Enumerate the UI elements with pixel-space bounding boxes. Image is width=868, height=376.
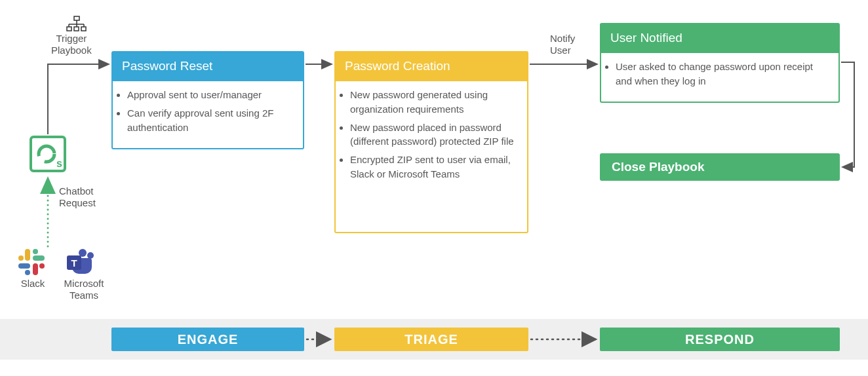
svg-point-16 (33, 249, 38, 254)
phase-respond: RESPOND (600, 328, 840, 351)
svg-text:T: T (71, 257, 77, 269)
list-item: Can verify approval sent using 2F authen… (127, 106, 291, 135)
card-list: New password generated using organizatio… (350, 88, 515, 181)
phase-triage: TRIAGE (334, 328, 528, 351)
svg-rect-11 (25, 249, 30, 261)
label-notify-user: Notify User (550, 33, 575, 56)
svg-point-19 (79, 249, 87, 257)
card-list: Approval sent to user/manager Can verify… (127, 88, 291, 134)
svg-rect-1 (67, 27, 71, 31)
svg-point-18 (25, 270, 30, 275)
svg-rect-12 (33, 255, 45, 261)
card-title: User Notified (601, 24, 838, 53)
arrow-trigger-playbook (48, 64, 109, 134)
card-password-creation: Password Creation New password generated… (334, 51, 528, 233)
phase-bar: ENGAGE TRIAGE RESPOND (0, 319, 868, 360)
list-item: Approval sent to user/manager (127, 88, 291, 102)
list-item: Encrypted ZIP sent to user via email, Sl… (350, 153, 515, 181)
phase-engage: ENGAGE (111, 328, 304, 351)
slack-icon (18, 249, 45, 275)
hierarchy-icon (67, 16, 86, 31)
svg-point-20 (87, 252, 94, 259)
svg-rect-14 (18, 263, 30, 269)
card-password-reset: Password Reset Approval sent to user/man… (111, 51, 304, 149)
teams-icon: T (67, 249, 94, 274)
label-trigger-playbook: Trigger Playbook (51, 33, 92, 56)
svg-rect-0 (74, 16, 79, 20)
svg-text:s: s (56, 158, 62, 168)
list-item: New password generated using organizatio… (350, 88, 515, 117)
svg-rect-21 (67, 255, 81, 270)
card-title: Password Reset (113, 52, 303, 81)
securonix-icon: s (30, 136, 66, 172)
label-chatbot-request: Chatbot Request (59, 185, 96, 209)
svg-point-17 (39, 263, 45, 269)
arrow-notified-to-close (841, 62, 854, 167)
svg-point-9 (39, 146, 54, 162)
svg-rect-3 (81, 27, 86, 31)
card-user-notified: User Notified User asked to change passw… (600, 23, 840, 103)
list-item: New password placed in password (differe… (350, 121, 515, 149)
label-slack: Slack (18, 278, 47, 290)
label-teams: Microsoft Teams (58, 278, 110, 301)
card-title: Password Creation (336, 52, 527, 81)
svg-point-15 (18, 255, 24, 261)
close-playbook-bar: Close Playbook (600, 153, 840, 181)
svg-rect-2 (74, 27, 79, 31)
card-list: User asked to change password upon recei… (616, 60, 827, 88)
list-item: User asked to change password upon recei… (616, 60, 827, 88)
svg-rect-13 (33, 263, 38, 275)
